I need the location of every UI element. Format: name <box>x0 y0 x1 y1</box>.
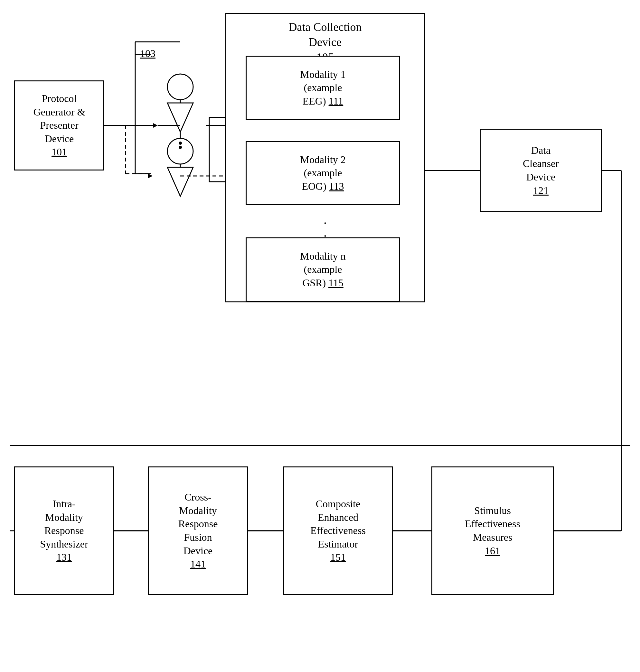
modality2-box: Modality 2 (example EOG) 113 <box>246 141 400 205</box>
protocol-line3: Presenter <box>40 119 78 132</box>
protocol-generator-box: Protocol Generator & Presenter Device 10… <box>14 80 104 170</box>
svg-point-45 <box>179 146 182 149</box>
cross-modality-box: Cross- Modality Response Fusion Device 1… <box>148 466 248 595</box>
label-103-text: 103 <box>140 48 156 59</box>
stimulus-ref: 161 <box>485 544 500 558</box>
label-103: 103 <box>140 48 156 60</box>
svg-point-36 <box>168 138 193 164</box>
protocol-line1: Protocol <box>42 92 77 105</box>
composite-ref: 151 <box>330 551 346 564</box>
modality1-box: Modality 1 (example EEG) 111 <box>246 56 400 120</box>
data-collection-outer-box: Data Collection Device 105 Modality 1 (e… <box>226 13 425 302</box>
stimulus-box: Stimulus Effectiveness Measures 161 <box>432 466 554 595</box>
data-cleanser-box: Data Cleanser Device 121 <box>480 129 602 212</box>
cross-modality-ref: 141 <box>190 557 206 571</box>
intra-modality-ref: 131 <box>56 551 72 564</box>
protocol-ref: 101 <box>52 145 67 159</box>
svg-point-33 <box>168 74 193 100</box>
composite-box: Composite Enhanced Effectiveness Estimat… <box>283 466 393 595</box>
svg-marker-6 <box>153 123 158 128</box>
protocol-line2: Generator & <box>33 105 85 119</box>
svg-marker-34 <box>168 103 193 132</box>
data-cleanser-ref: 121 <box>533 184 549 197</box>
svg-point-44 <box>179 141 182 145</box>
svg-marker-37 <box>168 167 193 196</box>
svg-marker-11 <box>148 174 152 178</box>
intra-modality-box: Intra- Modality Response Synthesizer 131 <box>14 466 114 595</box>
protocol-line4: Device <box>45 132 74 146</box>
modalityn-box: Modality n (example GSR) 115 <box>246 237 400 302</box>
separator-line <box>0 444 640 447</box>
diagram-container: Protocol Generator & Presenter Device 10… <box>0 0 640 672</box>
